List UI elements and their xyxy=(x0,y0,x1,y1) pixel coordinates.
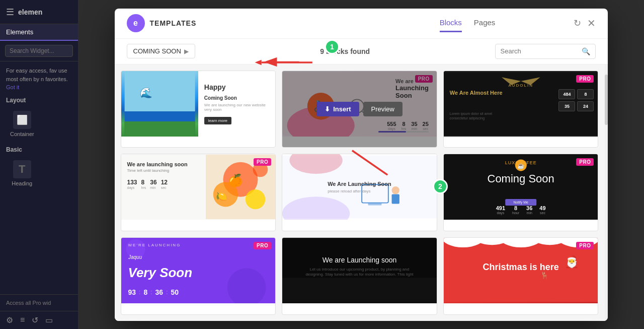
container-icon: ⬜ xyxy=(13,111,31,129)
pro-badge: PRO xyxy=(576,158,594,166)
card-happy-text: Happy xyxy=(204,83,269,91)
sidebar-logo: elemen xyxy=(18,8,42,16)
sidebar-pro-text: Access all Pro wid xyxy=(0,294,78,311)
got-it-link[interactable]: Got it xyxy=(6,84,19,90)
heading-icon: T xyxy=(13,160,31,178)
refresh-icon[interactable]: ↻ xyxy=(574,18,581,29)
card-overlay: ⬇ Insert Preview xyxy=(282,71,437,148)
modal-tabs: Blocks Pages xyxy=(362,14,574,32)
scrollbar-thumb xyxy=(605,75,608,125)
svg-text:🍊: 🍊 xyxy=(228,173,244,187)
layout-widgets: ⬜ Container xyxy=(6,107,72,141)
card-we-launching: WE'RE LAUNCHING xyxy=(128,243,181,247)
card-3-description: Lorem ipsum dolor sit amet consectetur a… xyxy=(450,111,505,120)
card-8-counters: 491days 8hour 36min 49sec xyxy=(496,205,546,215)
template-card[interactable]: 🎅 🦌 Christmas is here PRO xyxy=(443,237,599,315)
card-visual: AUDOLIN We Are Almost Here 484 8 35 24 L… xyxy=(444,71,598,137)
card-coming-text: Coming Soon xyxy=(204,95,269,101)
modal-header-actions: ↻ ✕ xyxy=(574,17,596,29)
card-launching-sub2: designing. Stay tuned with us for more i… xyxy=(305,272,413,277)
heading-widget[interactable]: T Heading xyxy=(6,156,38,190)
modal-title: TEMPLATES xyxy=(150,19,362,27)
template-card[interactable]: We are launching soon Time left until la… xyxy=(121,154,276,231)
sidebar-promo-text: For easy access, fav use most often by n… xyxy=(6,67,72,92)
preview-button[interactable]: Preview xyxy=(363,102,403,116)
search-widget-input[interactable] xyxy=(5,45,73,57)
responsive-icon[interactable]: ▭ xyxy=(45,315,53,325)
close-icon[interactable]: ✕ xyxy=(587,17,596,29)
card-visual: ☕ LUXCOFFEE Coming Soon Notify Me 491day… xyxy=(444,154,598,220)
search-input[interactable] xyxy=(501,47,578,55)
modal-header: e TEMPLATES Blocks Pages ↻ ✕ xyxy=(115,9,608,39)
template-card[interactable]: 🌊 Happy Coming Soon We are launching our… xyxy=(121,71,276,148)
card-launching-sub: Let us introduce our upcoming product, b… xyxy=(310,267,409,272)
card-brand: Jaquu xyxy=(128,251,158,263)
main-area: e TEMPLATES Blocks Pages ↻ ✕ COMING SOON… xyxy=(78,0,644,329)
ocean-image: 🌊 xyxy=(121,71,198,137)
container-widget[interactable]: ⬜ Container xyxy=(6,107,38,141)
svg-point-15 xyxy=(246,189,265,209)
card-visual: 🌊 Happy Coming Soon We are launching our… xyxy=(121,71,276,137)
template-card[interactable]: ☕ LUXCOFFEE Coming Soon Notify Me 491day… xyxy=(443,154,599,231)
template-card[interactable]: We Are Launching Soon please reload afte… xyxy=(282,154,437,231)
card-visual: WE'RE LAUNCHING Jaquu Very Soon 93 : 8 : xyxy=(121,238,276,303)
category-selector[interactable]: COMING SOON ▶ xyxy=(127,44,195,58)
tab-elements[interactable]: Elements xyxy=(0,24,78,41)
svg-rect-34 xyxy=(282,278,437,302)
blocks-number: 9 xyxy=(320,47,324,55)
history-icon[interactable]: ↺ xyxy=(32,315,38,325)
card-christmas-title: Christmas is here xyxy=(483,262,559,273)
layout-section-title: Layout xyxy=(6,97,72,104)
templates-grid: 🌊 Happy Coming Soon We are launching our… xyxy=(115,64,605,321)
card-image-left: 🌊 xyxy=(121,71,198,137)
svg-rect-23 xyxy=(368,203,382,206)
insert-icon: ⬇ xyxy=(325,105,330,113)
modal-body: 🌊 Happy Coming Soon We are launching our… xyxy=(115,64,608,321)
tab-blocks[interactable]: Blocks xyxy=(440,14,462,32)
sidebar-header: ☰ elemen xyxy=(0,0,78,24)
search-icon: 🔍 xyxy=(582,47,590,55)
card-numbers: 93 : 8 : 36 : 50 xyxy=(128,288,179,296)
card-launching-text: We Are Launching Soon please reload afte… xyxy=(328,181,391,193)
scrollbar[interactable] xyxy=(605,64,608,321)
sidebar-content: For easy access, fav use most often by n… xyxy=(0,61,78,294)
svg-text:Jaquu: Jaquu xyxy=(128,254,142,260)
card-visual: 🎅 🦌 Christmas is here xyxy=(444,238,598,303)
card-sub-text: We are launching our new website very so… xyxy=(204,103,269,112)
template-card[interactable]: 🚴 We are Launching Soon xyxy=(282,71,437,148)
blocks-count: 9 blocks found xyxy=(203,47,487,55)
sidebar-search-area xyxy=(0,41,78,61)
card-visual: We Are Launching Soon please reload afte… xyxy=(282,154,437,220)
hamburger-icon[interactable]: ☰ xyxy=(6,7,14,18)
templates-modal: e TEMPLATES Blocks Pages ↻ ✕ COMING SOON… xyxy=(115,9,608,321)
card-3-counters: 484 8 35 24 xyxy=(558,89,594,111)
svg-rect-0 xyxy=(124,71,195,111)
card-very-soon-title: Very Soon xyxy=(128,265,193,281)
category-arrow-icon: ▶ xyxy=(184,48,189,55)
svg-rect-25 xyxy=(392,194,399,204)
template-card[interactable]: WE'RE LAUNCHING Jaquu Very Soon 93 : 8 : xyxy=(121,237,276,315)
card-luxcoffee-brand: LUXCOFFEE xyxy=(505,160,537,165)
template-card[interactable]: AUDOLIN We Are Almost Here 484 8 35 24 L… xyxy=(443,71,599,148)
sidebar: ☰ elemen Elements For easy access, fav u… xyxy=(0,0,78,329)
pro-badge: PRO xyxy=(576,242,594,249)
modal-toolbar: COMING SOON ▶ 9 blocks found 🔍 xyxy=(115,39,608,64)
layers-icon[interactable]: ≡ xyxy=(20,315,25,325)
tab-pages[interactable]: Pages xyxy=(474,14,496,32)
search-box: 🔍 xyxy=(495,44,596,59)
container-label: Container xyxy=(10,131,34,137)
category-label: COMING SOON xyxy=(133,47,181,55)
settings-icon[interactable]: ⚙ xyxy=(6,315,13,325)
insert-button[interactable]: ⬇ Insert xyxy=(316,102,359,116)
pro-badge: PRO xyxy=(576,75,594,83)
card-visual: We are launching soon Time left until la… xyxy=(121,154,276,220)
svg-point-24 xyxy=(392,186,399,194)
heading-label: Heading xyxy=(12,180,32,186)
svg-text:🍋: 🍋 xyxy=(216,191,227,202)
card-btn-text: learn more xyxy=(204,117,231,124)
basic-widgets: T Heading xyxy=(6,156,72,190)
template-card[interactable]: We are Launching soon Let us introduce o… xyxy=(282,237,437,315)
svg-rect-2 xyxy=(124,121,195,137)
card-almost-title: We Are Almost Here xyxy=(450,89,503,96)
pro-badge: PRO xyxy=(254,158,271,166)
